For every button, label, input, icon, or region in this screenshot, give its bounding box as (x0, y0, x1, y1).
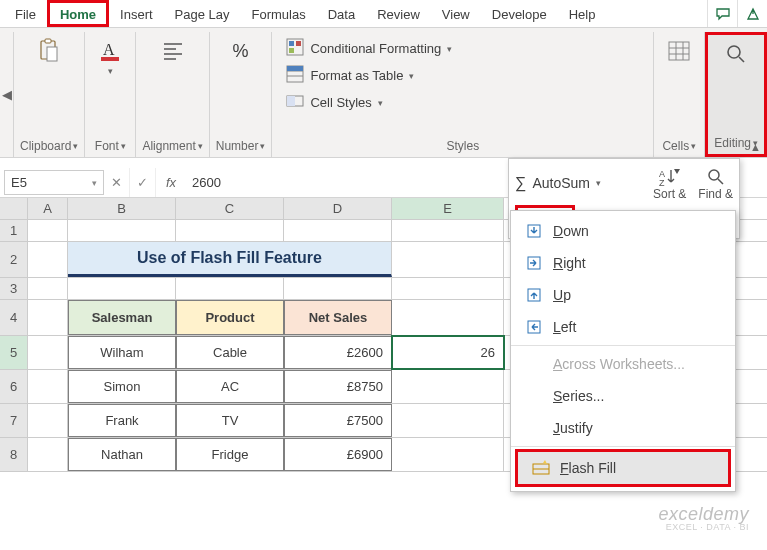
autosum-button[interactable]: ∑ AutoSum ▾ (515, 174, 601, 192)
row-header-7[interactable]: 7 (0, 404, 28, 437)
fill-series-item[interactable]: Series... (511, 380, 735, 412)
table-cell[interactable]: Nathan (68, 438, 176, 471)
active-cell[interactable]: 26 (392, 336, 504, 369)
font-color-button[interactable]: A ▾ (91, 34, 129, 80)
tab-formulas[interactable]: Formulas (241, 0, 317, 27)
tab-home[interactable]: Home (47, 0, 109, 27)
sheet-title: Use of Flash Fill Feature (68, 242, 392, 277)
find-label: Find & (698, 187, 733, 201)
group-font-label: Font (95, 139, 119, 153)
group-cells: Cells ▾ (654, 32, 705, 157)
paste-button[interactable] (30, 34, 68, 68)
editing-button[interactable] (717, 37, 755, 71)
col-header-B[interactable]: B (68, 198, 176, 219)
accept-formula-button[interactable]: ✓ (130, 168, 156, 197)
fmt-table-label: Format as Table (310, 68, 403, 83)
group-number: % Number ▾ (210, 32, 273, 157)
fill-across-worksheets-item: Across Worksheets... (511, 348, 735, 380)
watermark: exceldemy EXCEL · DATA · BI (658, 505, 749, 532)
row-header-3[interactable]: 3 (0, 278, 28, 299)
row-header-4[interactable]: 4 (0, 300, 28, 335)
clipboard-icon (36, 38, 62, 64)
table-cell[interactable]: Cable (176, 336, 284, 369)
format-as-table-button[interactable]: Format as Table ▾ (286, 63, 452, 88)
fill-right-item[interactable]: Right (511, 247, 735, 279)
cells-icon (666, 38, 692, 64)
fill-down-item[interactable]: DDownown (511, 215, 735, 247)
cond-fmt-label: Conditional Formatting (310, 41, 441, 56)
sort-label: Sort & (653, 187, 686, 201)
chevron-down-icon[interactable]: ▾ (691, 141, 696, 151)
find-select-button[interactable]: Find & (698, 165, 733, 201)
svg-rect-18 (287, 96, 295, 106)
chevron-down-icon[interactable]: ▾ (121, 141, 126, 151)
alignment-button[interactable] (154, 34, 192, 68)
header-product: Product (176, 300, 284, 335)
tab-file[interactable]: File (4, 0, 47, 27)
share-button[interactable] (737, 0, 767, 27)
table-cell[interactable]: Fridge (176, 438, 284, 471)
arrow-right-icon (525, 254, 543, 272)
table-cell[interactable]: Wilham (68, 336, 176, 369)
fill-up-item[interactable]: Up (511, 279, 735, 311)
col-header-C[interactable]: C (176, 198, 284, 219)
row-header-8[interactable]: 8 (0, 438, 28, 471)
ribbon-scroll-left[interactable]: ◀ (0, 32, 14, 157)
chevron-down-icon[interactable]: ▾ (198, 141, 203, 151)
row-header-6[interactable]: 6 (0, 370, 28, 403)
comments-button[interactable] (707, 0, 737, 27)
tab-data[interactable]: Data (317, 0, 366, 27)
table-cell[interactable]: Simon (68, 370, 176, 403)
table-cell[interactable]: £7500 (284, 404, 392, 437)
sigma-icon: ∑ (515, 174, 526, 192)
chevron-down-icon[interactable]: ▾ (73, 141, 78, 151)
svg-rect-19 (669, 42, 689, 60)
row-header-1[interactable]: 1 (0, 220, 28, 241)
flash-fill-item[interactable]: Flash Fill (515, 449, 731, 487)
conditional-formatting-button[interactable]: Conditional Formatting ▾ (286, 36, 452, 61)
sort-filter-button[interactable]: AZ Sort & (653, 165, 686, 201)
fx-icon[interactable]: fx (156, 168, 186, 197)
row-header-5[interactable]: 5 (0, 336, 28, 369)
group-font: A ▾ Font ▾ (85, 32, 136, 157)
name-box[interactable]: E5 ▾ (4, 170, 104, 195)
col-header-D[interactable]: D (284, 198, 392, 219)
group-alignment: Alignment ▾ (136, 32, 209, 157)
tab-view[interactable]: View (431, 0, 481, 27)
cell-styles-button[interactable]: Cell Styles ▾ (286, 90, 452, 115)
tab-help[interactable]: Help (558, 0, 607, 27)
row-header-2[interactable]: 2 (0, 242, 28, 277)
chevron-down-icon[interactable]: ▾ (92, 178, 97, 188)
svg-rect-4 (101, 57, 119, 61)
tab-page-layout[interactable]: Page Lay (164, 0, 241, 27)
col-header-A[interactable]: A (28, 198, 68, 219)
svg-line-29 (718, 179, 723, 184)
table-cell[interactable]: Frank (68, 404, 176, 437)
formula-value: 2600 (192, 175, 221, 190)
svg-rect-10 (289, 41, 294, 46)
table-cell[interactable]: £2600 (284, 336, 392, 369)
tab-review[interactable]: Review (366, 0, 431, 27)
group-editing-label: Editing (714, 136, 751, 150)
select-all-corner[interactable] (0, 198, 28, 219)
tab-insert[interactable]: Insert (109, 0, 164, 27)
collapse-ribbon-button[interactable]: ▲ (750, 141, 761, 153)
table-cell[interactable]: £6900 (284, 438, 392, 471)
sort-icon: AZ (659, 167, 681, 187)
tab-developer[interactable]: Develope (481, 0, 558, 27)
col-header-E[interactable]: E (392, 198, 504, 219)
arrow-left-icon (525, 318, 543, 336)
cells-button[interactable] (660, 34, 698, 68)
chevron-down-icon[interactable]: ▾ (260, 141, 265, 151)
table-cell[interactable]: AC (176, 370, 284, 403)
svg-rect-1 (45, 39, 51, 43)
table-cell[interactable]: TV (176, 404, 284, 437)
ribbon-home: ◀ Clipboard ▾ A ▾ Font ▾ (0, 28, 767, 158)
fill-left-item[interactable]: Left (511, 311, 735, 343)
cancel-formula-button[interactable]: ✕ (104, 168, 130, 197)
group-alignment-label: Alignment (142, 139, 195, 153)
table-cell[interactable]: £8750 (284, 370, 392, 403)
percent-button[interactable]: % (222, 34, 260, 68)
fill-justify-item[interactable]: Justify (511, 412, 735, 444)
align-icon (160, 38, 186, 64)
